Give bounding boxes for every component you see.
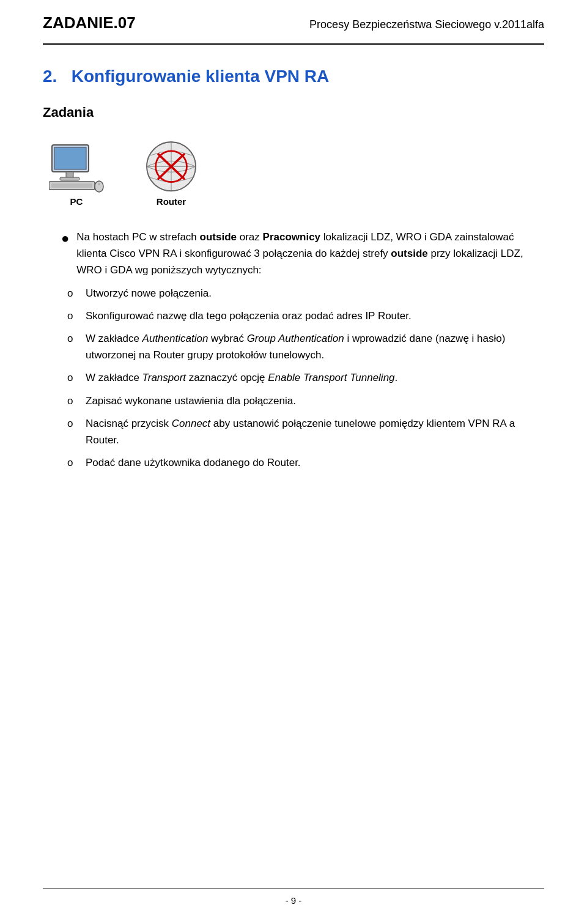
svg-rect-1 <box>54 147 86 169</box>
svg-point-6 <box>95 181 103 192</box>
router-icon <box>141 138 202 193</box>
images-row: PC <box>49 138 544 207</box>
sub-item-5: o Zapisać wykonane ustawienia dla połącz… <box>67 393 544 409</box>
sub-item-4-text: W zakładce Transport zaznaczyć opcję Ena… <box>86 369 397 386</box>
sub-item-3: o W zakładce Authentication wybrać Group… <box>67 330 544 363</box>
sub-item-4: o W zakładce Transport zaznaczyć opcję E… <box>67 369 544 386</box>
pc-icon <box>49 144 104 193</box>
section-title: 2. Konfigurowanie klienta VPN RA <box>43 67 544 86</box>
pc-label: PC <box>70 196 83 207</box>
sub-items-list: o Utworzyć nowe połączenia. o Skonfiguro… <box>67 285 544 471</box>
page-number: - 9 - <box>286 895 302 906</box>
bullet-symbol: ● <box>61 227 69 249</box>
sub-item-6: o Nacisnąć przycisk Connect aby ustanowi… <box>67 415 544 448</box>
sub-item-1: o Utworzyć nowe połączenia. <box>67 285 544 301</box>
sub-item-3-text: W zakładce Authentication wybrać Group A… <box>86 330 544 363</box>
page-header: ZADANIE.07 Procesy Bezpieczeństwa Siecio… <box>43 0 544 45</box>
subsection-title: Zadania <box>43 105 544 120</box>
page-footer: - 9 - <box>43 889 544 906</box>
pc-image-block: PC <box>49 144 104 207</box>
sub-item-6-text: Nacisnąć przycisk Connect aby ustanowić … <box>86 415 544 448</box>
sub-item-2: o Skonfigurować nazwę dla tego połączeni… <box>67 308 544 324</box>
document-id: ZADANIE.07 <box>43 13 136 32</box>
main-bullet-item: ● Na hostach PC w strefach outside oraz … <box>61 229 544 279</box>
page: ZADANIE.07 Procesy Bezpieczeństwa Siecio… <box>0 0 587 924</box>
svg-rect-3 <box>60 177 79 180</box>
main-bullet-list: ● Na hostach PC w strefach outside oraz … <box>61 229 544 279</box>
router-label: Router <box>157 196 186 207</box>
router-image-block: Router <box>141 138 202 207</box>
main-paragraph-text: Na hostach PC w strefach outside oraz Pr… <box>76 229 544 279</box>
svg-rect-5 <box>51 183 92 188</box>
sub-item-7: o Podać dane użytkownika dodanego do Rou… <box>67 454 544 471</box>
document-subtitle: Procesy Bezpieczeństwa Sieciowego v.2011… <box>309 18 544 31</box>
